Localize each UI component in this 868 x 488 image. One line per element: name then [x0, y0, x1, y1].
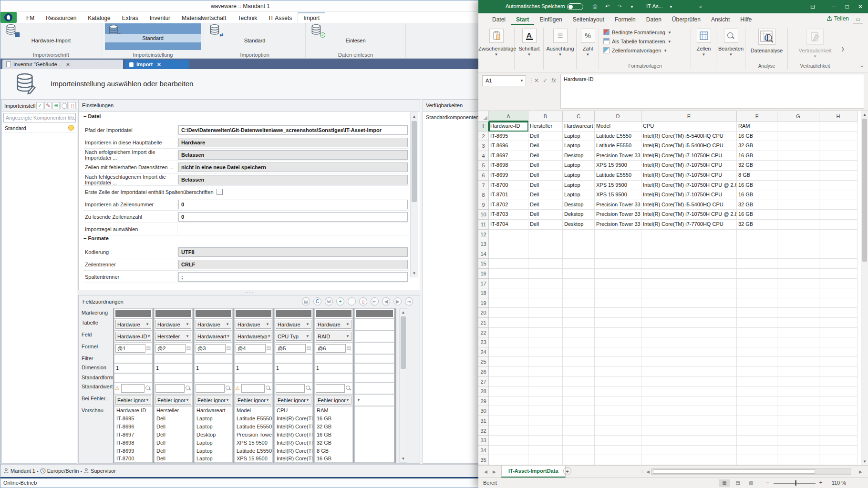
zoom-level[interactable]: 110 % — [832, 480, 846, 486]
header-row-checkbox[interactable] — [217, 189, 223, 195]
cell-B13[interactable] — [528, 239, 563, 249]
cell-B3[interactable]: Dell — [528, 141, 563, 151]
cell-A13[interactable] — [489, 239, 528, 249]
cell-H23[interactable] — [819, 337, 858, 347]
cell-E30[interactable] — [641, 406, 737, 416]
cell-B2[interactable]: Dell — [528, 132, 563, 142]
cell-D5[interactable]: XPS 15 9500 — [595, 161, 641, 171]
circle-icon[interactable] — [348, 297, 356, 305]
row-header-23[interactable]: 23 — [478, 337, 489, 347]
cell-G35[interactable] — [777, 455, 819, 465]
cell-F14[interactable] — [737, 249, 777, 259]
collapse-ribbon-icon[interactable]: ⌃ — [860, 65, 864, 70]
row-header-12[interactable]: 12 — [478, 230, 489, 240]
cell-E23[interactable] — [641, 337, 737, 347]
table-dropdown[interactable]: Hardware▼ — [236, 320, 271, 329]
cell-B33[interactable] — [528, 436, 563, 446]
column-header-G[interactable]: G — [777, 111, 819, 122]
cell-C33[interactable] — [563, 436, 595, 446]
settings-value-input[interactable]: 0 — [178, 212, 408, 222]
cell-C1[interactable]: Hardwareart — [563, 122, 595, 132]
cell-C28[interactable] — [563, 386, 595, 396]
formula-input[interactable]: @3 — [196, 344, 226, 353]
chevron-down-icon[interactable]: ▼ — [357, 398, 361, 402]
cell-H14[interactable] — [819, 249, 858, 259]
refresh-icon[interactable]: C — [313, 297, 321, 305]
chevron-down-icon[interactable]: ▼ — [669, 5, 673, 9]
cell-F17[interactable] — [737, 279, 777, 289]
row-header-7[interactable]: 7 — [478, 181, 489, 191]
cell-F4[interactable]: 16 GB — [737, 151, 777, 161]
cell-G17[interactable] — [777, 279, 819, 289]
selection-bar[interactable] — [196, 310, 231, 317]
cell-D22[interactable] — [595, 328, 641, 338]
cell-G12[interactable] — [777, 230, 819, 240]
editing-group[interactable]: Bearbeiten ▼ — [717, 28, 745, 70]
row-header-18[interactable]: 18 — [478, 288, 489, 298]
cell-A20[interactable] — [489, 308, 528, 318]
panel-splitter[interactable]: ···· — [78, 290, 420, 295]
row-header-29[interactable]: 29 — [478, 396, 489, 407]
list-item-standard[interactable]: Standard — [3, 123, 76, 133]
row-header-21[interactable]: 21 — [478, 318, 489, 328]
scroll-down-icon[interactable]: ▼ — [411, 270, 418, 277]
cell-D29[interactable] — [595, 396, 641, 407]
alignment-group[interactable]: ☰ Ausrichtung ▼ — [544, 28, 577, 70]
excel-tab-datei[interactable]: Datei — [487, 14, 511, 25]
horizontal-scrollbar[interactable] — [651, 468, 851, 475]
cell-C31[interactable] — [563, 416, 595, 426]
cell-B9[interactable]: Dell — [528, 200, 563, 210]
formula-input[interactable]: @6 — [316, 344, 346, 353]
cell-B14[interactable] — [528, 249, 563, 259]
cell-F33[interactable] — [737, 436, 777, 446]
scroll-down-icon[interactable]: ▼ — [400, 455, 407, 462]
table-dropdown[interactable]: Hardware▼ — [316, 320, 351, 329]
cell-H25[interactable] — [819, 357, 858, 367]
maximize-icon[interactable]: □ — [841, 0, 853, 13]
cell-H19[interactable] — [819, 298, 858, 308]
row-header-35[interactable]: 35 — [478, 455, 489, 465]
cell-E18[interactable] — [641, 288, 737, 298]
cell-B8[interactable]: Dell — [528, 190, 563, 200]
cell-G31[interactable] — [777, 416, 819, 426]
cell-E31[interactable] — [641, 416, 737, 426]
cell-F3[interactable]: 32 GB — [737, 141, 777, 151]
column-header-E[interactable]: E — [641, 111, 737, 122]
cell-D6[interactable]: Latitude E5550 — [595, 171, 641, 181]
row-header-20[interactable]: 20 — [478, 308, 489, 318]
circle-icon[interactable]: ◯ — [61, 102, 68, 109]
cell-B21[interactable] — [528, 318, 563, 328]
selection-bar[interactable] — [276, 310, 311, 317]
cell-G30[interactable] — [777, 406, 819, 416]
cell-C19[interactable] — [563, 298, 595, 308]
cells-group[interactable]: Zellen ▼ — [692, 28, 716, 70]
row-header-19[interactable]: 19 — [478, 298, 489, 308]
cell-A8[interactable]: IT-8701 — [489, 190, 528, 200]
cell-A30[interactable] — [489, 406, 528, 416]
cell-A3[interactable]: IT-8696 — [489, 141, 528, 151]
default-value-input[interactable] — [155, 384, 185, 393]
cell-B1[interactable]: Hersteller — [528, 122, 563, 132]
cell-D3[interactable]: Latitude E5550 — [595, 141, 641, 151]
cell-C16[interactable] — [563, 269, 595, 279]
cell-B4[interactable]: Dell — [528, 151, 563, 161]
cell-F5[interactable]: 32 GB — [737, 161, 777, 171]
row-header-10[interactable]: 10 — [478, 210, 489, 220]
dimension-value[interactable]: 1 — [195, 364, 232, 373]
cell-H10[interactable] — [819, 210, 858, 220]
default-value-input[interactable] — [196, 384, 225, 393]
cell-G27[interactable] — [777, 377, 819, 387]
accept-icon[interactable]: ✓ — [36, 102, 43, 109]
excel-tab-formeln[interactable]: Formeln — [610, 14, 641, 25]
cell-G16[interactable] — [777, 269, 819, 279]
cell-D17[interactable] — [595, 279, 641, 289]
cell-E6[interactable]: Intel(R) Core(TM) i7-10750H CPU — [641, 171, 737, 181]
cell-C32[interactable] — [563, 426, 595, 436]
cell-H9[interactable] — [819, 200, 858, 210]
cell-E11[interactable]: Intel(R) Core(TM) i7-7700HQ CPU — [641, 220, 737, 230]
cell-C26[interactable] — [563, 367, 595, 377]
row-header-14[interactable]: 14 — [478, 249, 489, 259]
cell-C11[interactable]: Desktop — [563, 220, 595, 230]
menu-tab-technik[interactable]: Technik — [232, 13, 263, 23]
default-value-input[interactable] — [316, 384, 345, 393]
